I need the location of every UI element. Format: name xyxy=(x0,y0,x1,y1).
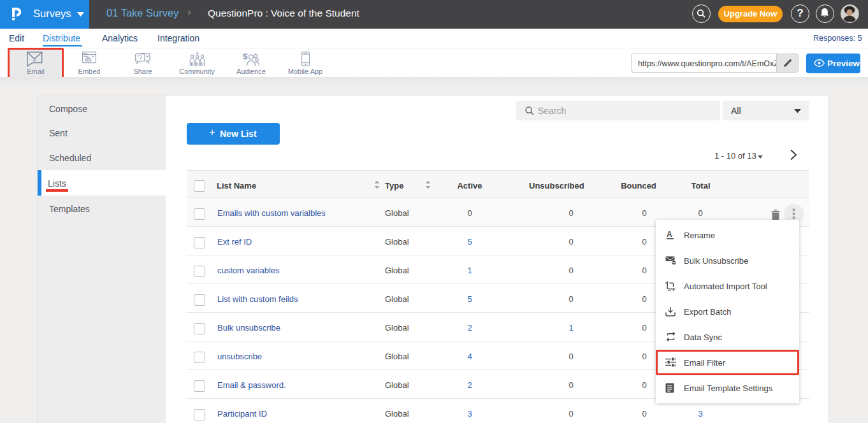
svg-text:A: A xyxy=(667,230,672,239)
svg-text:$: $ xyxy=(243,52,248,61)
